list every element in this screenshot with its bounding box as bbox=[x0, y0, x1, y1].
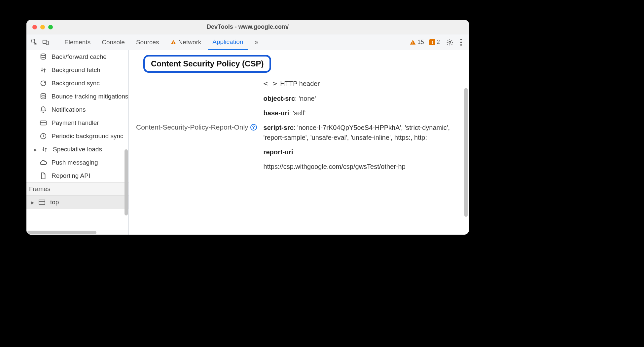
svg-rect-3 bbox=[173, 41, 174, 43]
expand-triangle-icon[interactable]: ▸ bbox=[34, 146, 38, 153]
sync-arrows-icon bbox=[39, 66, 48, 74]
directive-value: 'none' bbox=[299, 95, 316, 102]
toolbar: Elements Console Sources Network Applica… bbox=[26, 34, 469, 50]
tab-label: Application bbox=[212, 38, 243, 46]
issues-badge[interactable]: ! 2 bbox=[429, 39, 440, 46]
svg-point-7 bbox=[449, 41, 451, 43]
code-brackets-icon: < > bbox=[264, 78, 278, 89]
sidebar-item[interactable]: ▸Speculative loads bbox=[26, 143, 128, 156]
tab-label: Network bbox=[178, 39, 201, 46]
more-menu-icon[interactable] bbox=[456, 38, 466, 47]
csp-directive: report-uri:https://csp.withgoogle.com/cs… bbox=[264, 147, 456, 172]
warning-triangle-icon bbox=[410, 39, 416, 46]
window-title: DevTools - www.google.com/ bbox=[26, 23, 469, 30]
svg-rect-6 bbox=[412, 43, 413, 44]
tab-elements[interactable]: Elements bbox=[60, 34, 95, 50]
warning-triangle-icon bbox=[170, 39, 176, 45]
svg-rect-16 bbox=[39, 200, 45, 205]
database-icon bbox=[39, 53, 48, 61]
warnings-count: 15 bbox=[417, 39, 424, 46]
bell-icon bbox=[39, 105, 48, 114]
directive-name: object-src bbox=[264, 95, 295, 102]
sidebar-item[interactable]: Back/forward cache bbox=[26, 50, 128, 63]
toolbar-separator bbox=[55, 38, 55, 47]
sidebar-item-label: Background fetch bbox=[52, 66, 100, 74]
clock-icon bbox=[39, 132, 48, 140]
directive-value: https://csp.withgoogle.com/csp/gwsTest/o… bbox=[264, 162, 456, 172]
sidebar-item-label: Notifications bbox=[52, 106, 86, 113]
main-panel: Content Security Policy (CSP) Content-Se… bbox=[129, 50, 469, 235]
tab-network[interactable]: Network bbox=[166, 34, 206, 50]
csp-details: < > HTTP header object-src: 'none'base-u… bbox=[264, 78, 462, 176]
sync-arrows-icon bbox=[40, 145, 49, 154]
policy-label-text: Content-Security-Policy-Report-Only bbox=[136, 123, 248, 131]
card-icon bbox=[39, 119, 48, 127]
warnings-badge[interactable]: 15 bbox=[410, 39, 424, 46]
svg-rect-5 bbox=[412, 41, 413, 43]
sidebar-item-label: Payment handler bbox=[52, 119, 99, 127]
device-toolbar-icon[interactable] bbox=[41, 38, 50, 47]
sidebar-item[interactable]: Push messaging bbox=[26, 156, 128, 169]
csp-source-label: HTTP header bbox=[280, 79, 320, 89]
svg-point-12 bbox=[41, 94, 46, 96]
tab-sources[interactable]: Sources bbox=[131, 34, 164, 50]
csp-heading: Content Security Policy (CSP) bbox=[143, 55, 271, 73]
tab-label: Console bbox=[102, 39, 125, 46]
sidebar-item-label: Periodic background sync bbox=[52, 133, 124, 140]
svg-point-9 bbox=[460, 41, 462, 43]
tab-application[interactable]: Application bbox=[208, 35, 248, 50]
csp-directive: object-src: 'none' bbox=[264, 94, 456, 103]
svg-point-8 bbox=[460, 39, 462, 40]
sidebar-item-label: Push messaging bbox=[52, 159, 98, 166]
sidebar-item[interactable]: Bounce tracking mitigations bbox=[26, 90, 128, 103]
cloud-icon bbox=[39, 158, 48, 167]
sidebar-item[interactable]: Notifications bbox=[26, 103, 128, 116]
issues-count: 2 bbox=[437, 39, 440, 46]
sidebar-vertical-scrollbar[interactable] bbox=[125, 149, 128, 215]
svg-rect-2 bbox=[46, 41, 48, 45]
directive-name: script-src bbox=[264, 124, 294, 131]
titlebar: DevTools - www.google.com/ bbox=[26, 20, 469, 34]
devtools-window: DevTools - www.google.com/ Elements Cons… bbox=[26, 20, 469, 235]
csp-directive: base-uri: 'self' bbox=[264, 108, 456, 118]
tab-label: Elements bbox=[64, 39, 90, 46]
directive-name: base-uri bbox=[264, 109, 289, 117]
csp-directive: script-src: 'nonce-I-7rK04QpY5oeS4-HPPkh… bbox=[264, 123, 456, 142]
sidebar-scroll[interactable]: Back/forward cacheBackground fetchBackgr… bbox=[26, 50, 128, 230]
tab-label: Sources bbox=[136, 39, 159, 46]
directive-value: 'self' bbox=[293, 109, 306, 117]
svg-point-11 bbox=[41, 54, 46, 56]
csp-source-line: < > HTTP header bbox=[264, 78, 456, 89]
sidebar-item[interactable]: Periodic background sync bbox=[26, 130, 128, 143]
frame-top-label: top bbox=[50, 199, 59, 206]
sidebar: Back/forward cacheBackground fetchBackgr… bbox=[26, 50, 129, 235]
file-icon bbox=[39, 172, 48, 180]
refresh-icon bbox=[39, 79, 48, 88]
frames-header-label: Frames bbox=[29, 185, 50, 193]
sidebar-horizontal-scrollbar[interactable] bbox=[26, 230, 128, 235]
tab-console[interactable]: Console bbox=[97, 34, 129, 50]
expand-triangle-icon[interactable]: ▸ bbox=[31, 199, 35, 206]
svg-rect-13 bbox=[40, 121, 46, 125]
sidebar-item-label: Speculative loads bbox=[53, 146, 102, 153]
sidebar-item[interactable]: Background sync bbox=[26, 77, 128, 90]
sidebar-item[interactable]: Reporting API bbox=[26, 169, 128, 182]
sidebar-frames-header[interactable]: Frames bbox=[26, 182, 128, 196]
help-icon[interactable]: ? bbox=[250, 124, 257, 131]
sidebar-frame-top[interactable]: ▸ top bbox=[26, 196, 128, 209]
sidebar-item[interactable]: Background fetch bbox=[26, 63, 128, 77]
sidebar-item-label: Reporting API bbox=[52, 172, 90, 179]
panel-body: Back/forward cacheBackground fetchBackgr… bbox=[26, 50, 469, 235]
main-vertical-scrollbar[interactable] bbox=[464, 88, 468, 217]
inspect-element-icon[interactable] bbox=[30, 38, 39, 47]
sidebar-item-label: Back/forward cache bbox=[52, 53, 107, 60]
sidebar-item-label: Background sync bbox=[52, 80, 100, 87]
directive-name: report-uri bbox=[264, 148, 293, 156]
svg-rect-0 bbox=[32, 39, 35, 42]
sidebar-item[interactable]: Payment handler bbox=[26, 116, 128, 130]
settings-icon[interactable] bbox=[445, 38, 454, 47]
svg-rect-4 bbox=[173, 43, 174, 44]
more-tabs-button[interactable]: » bbox=[250, 34, 263, 50]
svg-point-10 bbox=[460, 44, 462, 45]
database-icon bbox=[39, 92, 48, 101]
